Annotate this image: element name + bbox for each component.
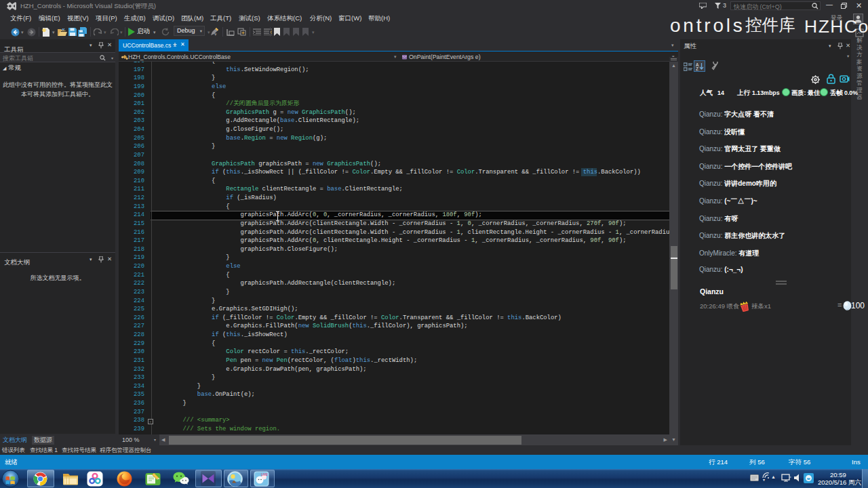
svg-text:LIVE: LIVE — [261, 473, 268, 476]
svg-text:Z: Z — [696, 66, 698, 70]
